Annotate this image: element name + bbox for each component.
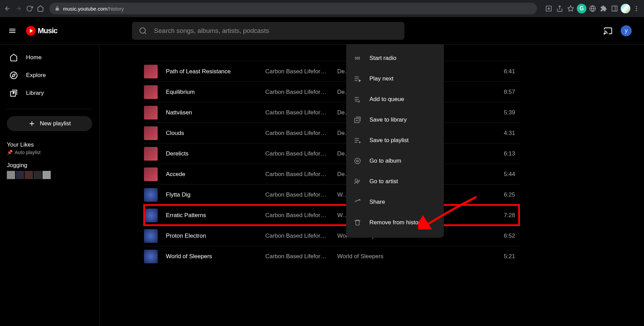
ctx-label: Play next: [369, 75, 393, 82]
reload-icon[interactable]: [25, 4, 34, 13]
menu-icon[interactable]: [632, 4, 641, 13]
new-playlist-button[interactable]: New playlist: [7, 116, 92, 131]
nav-library[interactable]: Library: [4, 84, 95, 102]
grammarly-icon[interactable]: G: [577, 4, 586, 13]
install-icon[interactable]: [544, 4, 554, 13]
track-row[interactable]: Flytta Dig Carbon Based Lifefor… W… 6:25: [144, 184, 519, 205]
track-row[interactable]: Equilibrium Carbon Based Lifefor… De… 8:…: [144, 82, 519, 102]
track-artist: Carbon Based Lifefor…: [265, 233, 330, 239]
share-icon[interactable]: [555, 4, 564, 13]
svg-point-8: [10, 72, 17, 79]
svg-point-15: [355, 179, 357, 181]
context-menu-item[interactable]: Add to queue: [346, 89, 444, 110]
sidepanel-icon[interactable]: [610, 4, 619, 13]
track-duration: 6:25: [504, 191, 515, 198]
nav-label: Library: [26, 90, 44, 97]
context-menu-item[interactable]: Remove from history: [346, 212, 444, 233]
ctx-icon: [353, 136, 362, 145]
ctx-label: Start radio: [369, 55, 396, 62]
track-title: World of Sleepers: [166, 253, 265, 260]
bookmark-icon[interactable]: [566, 4, 575, 13]
context-menu-item[interactable]: Play next: [346, 68, 444, 89]
browser-chrome: music.youtube.com/history G: [0, 0, 644, 17]
hamburger-icon[interactable]: [5, 24, 19, 38]
track-duration: 7:28: [504, 212, 515, 219]
track-row[interactable]: Derelicts Carbon Based Lifefor… De… 6:13: [144, 143, 519, 164]
context-menu: Start radioPlay nextAdd to queueSave to …: [346, 45, 444, 238]
logo-icon: [26, 26, 36, 36]
track-thumbnail: [144, 147, 158, 161]
context-menu-item[interactable]: Save to library: [346, 110, 444, 130]
context-menu-item[interactable]: Go to album: [346, 151, 444, 171]
track-row[interactable]: World of Sleepers Carbon Based Lifefor… …: [144, 246, 519, 266]
library-icon: [10, 89, 18, 97]
ctx-label: Go to album: [369, 158, 401, 164]
track-row[interactable]: Erratic Patterns Carbon Based Lifefor… W…: [144, 205, 519, 225]
ctx-label: Go to artist: [369, 178, 398, 185]
svg-marker-9: [12, 74, 15, 77]
ctx-label: Save to library: [369, 116, 407, 123]
jogging-tiles: [7, 171, 92, 179]
svg-point-11: [356, 57, 359, 59]
search-input[interactable]: [154, 27, 398, 35]
track-album: World of Sleepers: [337, 253, 392, 260]
nav-home[interactable]: Home: [4, 49, 95, 66]
divider: [7, 109, 92, 109]
track-title: Proton Electron: [166, 233, 265, 239]
track-duration: 6:52: [504, 233, 515, 239]
track-artist: Carbon Based Lifefor…: [265, 89, 330, 96]
track-row[interactable]: Path of Least Resistance Carbon Based Li…: [144, 61, 519, 82]
track-thumbnail: [144, 229, 158, 243]
profile-avatar[interactable]: [621, 4, 630, 13]
search-icon: [139, 27, 147, 35]
your-likes-title[interactable]: Your Likes: [7, 141, 92, 148]
context-menu-item[interactable]: Share: [346, 192, 444, 212]
track-thumbnail: [144, 65, 158, 78]
context-menu-item[interactable]: Save to playlist: [346, 130, 444, 151]
svg-point-3: [636, 6, 637, 7]
plus-icon: [28, 120, 36, 127]
logo[interactable]: Music: [26, 26, 57, 36]
search-bar[interactable]: [132, 22, 404, 40]
forward-icon[interactable]: [14, 4, 23, 13]
track-duration: 5:21: [504, 253, 515, 260]
context-menu-item[interactable]: Go to artist: [346, 171, 444, 192]
track-duration: 5:44: [504, 171, 515, 178]
user-avatar[interactable]: y: [621, 25, 632, 36]
track-row[interactable]: Proton Electron Carbon Based Lifefor… Wo…: [144, 225, 519, 246]
ctx-icon: [353, 95, 362, 104]
svg-point-6: [140, 28, 145, 33]
track-thumbnail: [144, 188, 158, 202]
your-likes-subtitle: 📌 Auto playlist: [7, 150, 92, 155]
jogging-playlist[interactable]: Jogging: [7, 162, 92, 169]
track-thumbnail: [144, 106, 158, 120]
context-menu-item[interactable]: Start radio: [346, 48, 444, 68]
track-artist: Carbon Based Lifefor…: [265, 191, 330, 198]
ctx-icon: [353, 177, 362, 186]
track-row[interactable]: Accede Carbon Based Lifefor… De… 5:44: [144, 164, 519, 184]
ctx-icon: [353, 74, 362, 83]
url-bar[interactable]: music.youtube.com/history: [49, 3, 537, 14]
track-title: Nattväsen: [166, 109, 265, 116]
track-title: Equilibrium: [166, 89, 265, 96]
track-row[interactable]: Nattväsen Carbon Based Lifefor… De… 5:39: [144, 102, 519, 123]
svg-point-7: [604, 33, 605, 34]
track-title: Derelicts: [166, 150, 265, 157]
ctx-label: Save to playlist: [369, 137, 409, 144]
track-row[interactable]: Clouds Carbon Based Lifefor… De… 4:31: [144, 123, 519, 143]
track-artist: Carbon Based Lifefor…: [265, 171, 330, 178]
home-icon[interactable]: [36, 4, 45, 13]
main-content: December 2022 Path of Least Resistance C…: [99, 45, 644, 326]
lock-icon: [55, 6, 60, 11]
explore-icon: [10, 71, 18, 79]
track-artist: Carbon Based Lifefor…: [265, 109, 330, 116]
nav-label: Explore: [26, 72, 46, 79]
track-title: Flytta Dig: [166, 191, 265, 198]
extensions-icon[interactable]: [599, 4, 608, 13]
globe-icon[interactable]: [588, 4, 597, 13]
cast-icon[interactable]: [604, 26, 612, 35]
track-thumbnail: [144, 209, 158, 222]
nav-explore[interactable]: Explore: [4, 66, 95, 84]
ctx-icon: [353, 198, 362, 206]
back-icon[interactable]: [3, 4, 12, 13]
